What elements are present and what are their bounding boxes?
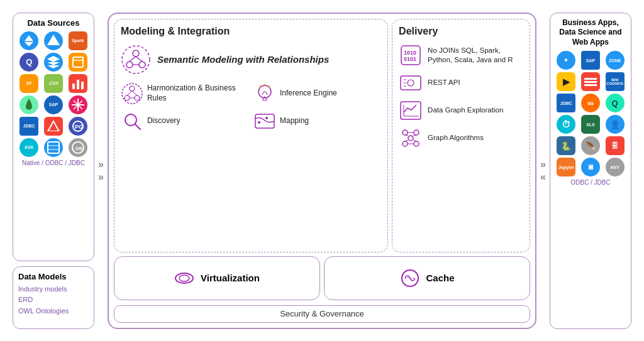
data-sources-title: Data Sources: [18, 18, 89, 28]
right-column: Business Apps, Data Science and Web Apps…: [550, 13, 631, 329]
data-models-title: Data Models: [18, 272, 89, 281]
svg-rect-38: [255, 114, 274, 128]
app-icon-analytics: ✦: [557, 51, 575, 70]
source-icon-spark: Spark: [69, 31, 87, 50]
svg-rect-4: [81, 82, 84, 89]
svg-point-25: [125, 95, 130, 100]
sql-icon: 1010 0101: [399, 43, 423, 67]
virtualization-icon: [174, 268, 194, 288]
source-icon-chart: [69, 74, 87, 93]
graph-explore-icon: [399, 99, 423, 122]
source-icon-mongo: [19, 95, 38, 114]
source-icon-pg2: DB: [69, 138, 87, 157]
svg-point-45: [408, 80, 414, 86]
delivery-graph-explore: Data Graph Exploration: [399, 99, 523, 122]
source-icon-postgres: PG: [69, 117, 87, 136]
svg-rect-69: [584, 84, 597, 86]
mapping-icon: [253, 110, 276, 133]
svg-line-37: [135, 124, 140, 129]
app-icon-clock: ⏱: [557, 115, 575, 134]
svg-line-28: [132, 91, 137, 95]
svg-rect-67: [584, 78, 597, 80]
svg-text:PG: PG: [75, 124, 83, 130]
source-icon-csv: .CSV: [44, 74, 63, 93]
modeling-title: Modeling & Integration: [121, 26, 381, 37]
svg-text:1010: 1010: [404, 50, 416, 56]
bottom-row: Virtualization Cache: [114, 256, 530, 300]
svg-rect-44: [401, 76, 421, 90]
odbc-label: ODBC / JDBC: [555, 179, 626, 186]
data-sources-icons: Spark Q SF .CSV SAP: [18, 31, 89, 157]
cache-label: Cache: [426, 273, 455, 283]
app-icon-cognos: IBMCOGNOS: [606, 72, 625, 91]
source-icon-salesforce: SF: [19, 74, 38, 93]
feature-harmonization: Harmonization & Business Rules: [121, 82, 248, 105]
svg-point-64: [179, 275, 189, 281]
semantic-row: Semantic Modeling with Relationships: [121, 45, 381, 75]
business-apps-title: Business Apps, Data Science and Web Apps: [555, 18, 626, 48]
mapping-text: Mapping: [280, 116, 309, 126]
graph-algo-text: Graph Algorithms: [428, 133, 484, 143]
svg-point-54: [402, 141, 408, 146]
svg-marker-0: [47, 35, 60, 45]
svg-line-20: [130, 57, 136, 62]
svg-rect-2: [72, 84, 75, 89]
source-icon-jdbc: JDBC: [19, 117, 38, 136]
graph-algo-icon: [399, 126, 423, 150]
arrow-right-bot: »: [98, 171, 104, 183]
feature-inference: Inference Engine: [253, 82, 381, 105]
model-features: Harmonization & Business Rules: [121, 82, 381, 133]
main-center-box: Modeling & Integration Sema: [108, 13, 536, 329]
svg-point-17: [133, 50, 139, 57]
svg-line-58: [405, 135, 408, 136]
modeling-integration-box: Modeling & Integration Sema: [114, 19, 388, 252]
graph-explore-text: Data Graph Exploration: [428, 106, 503, 115]
app-icon-q2: Q: [606, 94, 625, 112]
svg-line-60: [405, 140, 408, 141]
svg-point-26: [135, 95, 140, 100]
svg-point-56: [408, 136, 413, 141]
discovery-text: Discovery: [147, 116, 180, 126]
app-icon-infinity: ∞: [581, 94, 600, 112]
app-icon-jdbc2: JDBC: [557, 94, 575, 112]
arrow-right-top: »: [98, 159, 104, 170]
virtualization-label: Virtualization: [201, 273, 260, 283]
data-models-box: Data Models Industry models ERD OWL Onto…: [13, 266, 94, 329]
svg-point-53: [414, 130, 419, 135]
source-icon-azure2: [44, 31, 63, 50]
harmonization-icon: [121, 82, 143, 105]
rest-text: REST API: [428, 78, 460, 87]
model-item-2: ERD: [18, 295, 89, 306]
feature-mapping: Mapping: [253, 110, 381, 133]
source-icon-box: [69, 53, 87, 72]
app-icon-feather: 🪶: [581, 136, 600, 155]
app-icon-user: 👤: [606, 115, 625, 134]
arrow-left-bot: «: [540, 171, 546, 183]
cache-box: Cache: [324, 256, 530, 300]
svg-point-23: [122, 84, 142, 104]
source-icon-snowflake: [69, 95, 87, 114]
semantic-text: Semantic Modeling with Relationships: [157, 54, 329, 65]
svg-point-39: [258, 121, 260, 124]
source-icon-book: [44, 138, 63, 157]
app-icon-excel: XLS: [581, 115, 600, 134]
main-top-row: Modeling & Integration Sema: [114, 19, 530, 252]
security-label: Security & Governance: [280, 309, 364, 318]
harmonization-text: Harmonization & Business Rules: [147, 84, 248, 103]
svg-rect-3: [77, 80, 79, 89]
svg-line-27: [127, 91, 132, 95]
source-icon-ask: ASK: [19, 138, 38, 157]
svg-text:DB: DB: [75, 146, 83, 151]
virt-cache-row: Virtualization Cache: [114, 256, 530, 300]
inference-text: Inference Engine: [280, 89, 337, 99]
left-column: Data Sources Spark Q SF: [13, 13, 94, 329]
main-diagram: Data Sources Spark Q SF: [8, 8, 636, 334]
right-arrows: » «: [540, 13, 546, 329]
app-icon-zone: ZONE: [606, 51, 625, 70]
app-icon-ibm: [581, 72, 600, 91]
source-icon-azure: [19, 31, 38, 50]
svg-line-61: [413, 140, 416, 141]
svg-point-19: [139, 62, 145, 68]
discovery-icon: [121, 110, 143, 133]
delivery-box: Delivery 1010 0101 No JOINs SQL, Spark, …: [392, 19, 530, 252]
